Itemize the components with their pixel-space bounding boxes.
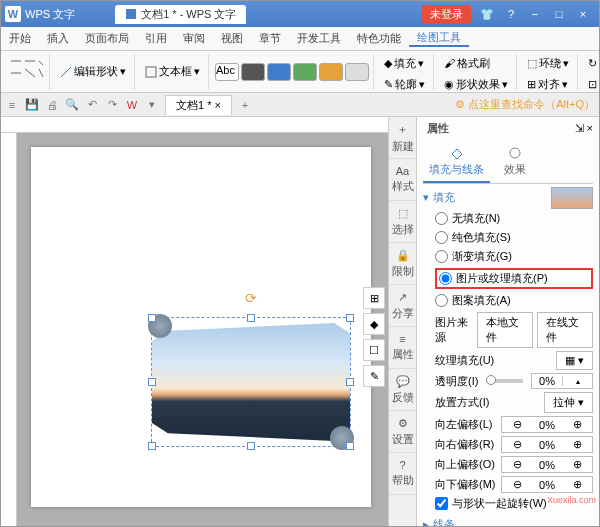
offset-down-label: 向下偏移(M): [435, 477, 496, 492]
resize-handle[interactable]: [148, 314, 156, 322]
shape-effect-button[interactable]: ◉ 形状效果 ▾: [440, 75, 512, 94]
shirt-icon[interactable]: 👕: [475, 8, 499, 21]
menu-审阅[interactable]: 审阅: [175, 31, 213, 46]
tab-effect[interactable]: 效果: [498, 142, 532, 183]
question-icon[interactable]: ?: [499, 8, 523, 20]
close-button[interactable]: ×: [571, 8, 595, 20]
format-painter-button[interactable]: 🖌 格式刷: [440, 54, 494, 73]
textbox-button[interactable]: 文本框 ▾: [141, 62, 204, 81]
vtool-分享[interactable]: ↗分享: [389, 285, 416, 327]
group-button[interactable]: ⊡ 组: [584, 75, 599, 94]
opt-picture-fill[interactable]: 图片或纹理填充(P): [435, 268, 593, 289]
transparency-label: 透明度(I): [435, 374, 478, 389]
panel-menu-icon[interactable]: ⇲ ×: [575, 122, 593, 135]
line-icon[interactable]: [9, 57, 45, 87]
watermark: Xuexila.com: [547, 495, 596, 505]
swatch-blue[interactable]: [267, 63, 291, 81]
rotate-handle[interactable]: ⟳: [245, 290, 257, 306]
undo-icon[interactable]: ↶: [85, 98, 99, 112]
menu-特色功能[interactable]: 特色功能: [349, 31, 409, 46]
document-canvas[interactable]: ⟳ ⊞ ◆ ☐ ✎: [1, 117, 389, 526]
outline-button[interactable]: ✎ 轮廓 ▾: [380, 75, 429, 94]
placement-dropdown[interactable]: 拉伸 ▾: [544, 392, 593, 413]
vtool-新建[interactable]: ＋新建: [389, 117, 416, 159]
preview-icon[interactable]: 🔍: [65, 98, 79, 112]
bucket-icon: [449, 146, 465, 160]
resize-handle[interactable]: [346, 314, 354, 322]
document-title-tab[interactable]: 文档1 * - WPS 文字: [115, 5, 246, 24]
effect-options-icon[interactable]: ✎: [363, 365, 385, 387]
menu-icon[interactable]: ≡: [5, 98, 19, 112]
save-icon[interactable]: 💾: [25, 98, 39, 112]
vtool-选择[interactable]: ⬚选择: [389, 201, 416, 243]
texture-label: 纹理填充(U): [435, 353, 494, 368]
style-swatches: Abc: [211, 54, 374, 90]
menu-章节[interactable]: 章节: [251, 31, 289, 46]
online-file-button[interactable]: 在线文件: [537, 312, 593, 348]
local-file-button[interactable]: 本地文件: [477, 312, 533, 348]
opt-pattern-fill[interactable]: 图案填充(A): [435, 293, 593, 308]
shape-lines-group: [5, 54, 50, 90]
offset-up-label: 向上偏移(O): [435, 457, 495, 472]
vtool-属性[interactable]: ≡属性: [389, 327, 416, 369]
swatch-orange[interactable]: [319, 63, 343, 81]
effect-icon: [507, 146, 523, 160]
fill-options-icon[interactable]: ◆: [363, 313, 385, 335]
page[interactable]: ⟳: [31, 147, 371, 507]
offset-right-spinner[interactable]: ⊖0%⊕: [501, 436, 593, 453]
resize-handle[interactable]: [247, 314, 255, 322]
vtool-设置[interactable]: ⚙设置: [389, 411, 416, 453]
offset-left-spinner[interactable]: ⊖0%⊕: [501, 416, 593, 433]
offset-down-spinner[interactable]: ⊖0%⊕: [501, 476, 593, 493]
wps-icon[interactable]: W: [125, 98, 139, 112]
menu-绘图工具[interactable]: 绘图工具: [409, 30, 469, 47]
command-search[interactable]: ⚙ 点这里查找命令（Alt+Q）: [455, 97, 595, 112]
dropdown-icon[interactable]: ▾: [145, 98, 159, 112]
resize-handle[interactable]: [247, 442, 255, 450]
menu-视图[interactable]: 视图: [213, 31, 251, 46]
layout-options-icon[interactable]: ⊞: [363, 287, 385, 309]
transparency-slider[interactable]: [486, 379, 523, 383]
selected-shape[interactable]: ⟳: [151, 317, 351, 447]
maximize-button[interactable]: □: [547, 8, 571, 20]
login-status[interactable]: 未登录: [422, 5, 471, 24]
swatch-white[interactable]: Abc: [215, 63, 239, 81]
main-area: ⟳ ⊞ ◆ ☐ ✎ ＋新建Aa样式⬚选择🔒限制↗分享≡属性💬反馈⚙设置?帮助: [1, 117, 599, 526]
wrap-button[interactable]: ⬚ 环绕 ▾: [523, 54, 573, 73]
vtool-样式[interactable]: Aa样式: [389, 159, 416, 201]
add-tab-icon[interactable]: +: [238, 98, 252, 112]
edit-shape-button[interactable]: 编辑形状 ▾: [56, 62, 130, 81]
menu-开始[interactable]: 开始: [1, 31, 39, 46]
swatch-gray[interactable]: [345, 63, 369, 81]
texture-dropdown[interactable]: ▦ ▾: [556, 351, 593, 370]
opt-no-fill[interactable]: 无填充(N): [435, 211, 593, 226]
section-line[interactable]: ▸ 线条: [423, 517, 593, 526]
resize-handle[interactable]: [148, 442, 156, 450]
vtool-反馈[interactable]: 💬反馈: [389, 369, 416, 411]
menu-引用[interactable]: 引用: [137, 31, 175, 46]
rotate-button[interactable]: ↻ 旋: [584, 54, 599, 73]
resize-handle[interactable]: [148, 378, 156, 386]
menu-页面布局[interactable]: 页面布局: [77, 31, 137, 46]
transparency-spinner[interactable]: 0%▴: [531, 373, 593, 389]
resize-handle[interactable]: [346, 378, 354, 386]
doc-tab[interactable]: 文档1 * ×: [165, 95, 232, 115]
redo-icon[interactable]: ↷: [105, 98, 119, 112]
offset-up-spinner[interactable]: ⊖0%⊕: [501, 456, 593, 473]
swatch-dark[interactable]: [241, 63, 265, 81]
align-button[interactable]: ⊞ 对齐 ▾: [523, 75, 572, 94]
fill-preview-thumb[interactable]: [551, 187, 593, 209]
print-icon[interactable]: 🖨: [45, 98, 59, 112]
resize-handle[interactable]: [346, 442, 354, 450]
opt-solid-fill[interactable]: 纯色填充(S): [435, 230, 593, 245]
outline-options-icon[interactable]: ☐: [363, 339, 385, 361]
menu-开发工具[interactable]: 开发工具: [289, 31, 349, 46]
tab-fill-line[interactable]: 填充与线条: [423, 142, 490, 183]
opt-gradient-fill[interactable]: 渐变填充(G): [435, 249, 593, 264]
fill-button[interactable]: ◆ 填充 ▾: [380, 54, 428, 73]
swatch-green[interactable]: [293, 63, 317, 81]
vtool-限制[interactable]: 🔒限制: [389, 243, 416, 285]
minimize-button[interactable]: −: [523, 8, 547, 20]
menu-插入[interactable]: 插入: [39, 31, 77, 46]
vtool-帮助[interactable]: ?帮助: [389, 453, 416, 495]
